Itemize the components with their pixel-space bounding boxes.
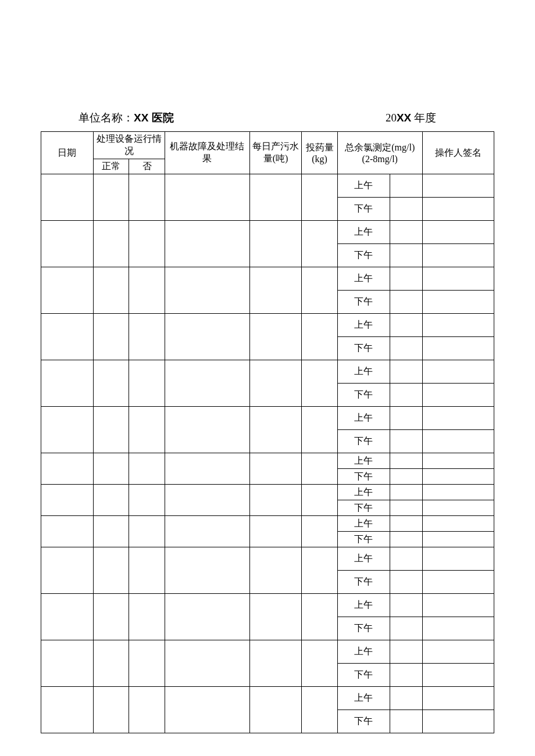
cell-no[interactable] — [129, 594, 165, 640]
cell-fault[interactable] — [165, 547, 249, 594]
cell-fault[interactable] — [165, 221, 249, 267]
cell-normal[interactable] — [93, 594, 129, 640]
cell-date[interactable] — [41, 314, 94, 360]
cell-am-value[interactable] — [390, 267, 422, 291]
cell-date[interactable] — [41, 687, 94, 733]
cell-no[interactable] — [129, 267, 165, 314]
cell-dose[interactable] — [302, 453, 338, 485]
cell-operator-pm[interactable] — [422, 710, 494, 733]
cell-operator-am[interactable] — [422, 687, 494, 710]
cell-normal[interactable] — [93, 547, 129, 594]
cell-operator-am[interactable] — [422, 453, 494, 469]
cell-am-value[interactable] — [390, 640, 422, 664]
cell-am-value[interactable] — [390, 174, 422, 198]
cell-no[interactable] — [129, 314, 165, 360]
cell-operator-am[interactable] — [422, 360, 494, 384]
cell-pm-value[interactable] — [390, 291, 422, 314]
cell-no[interactable] — [129, 516, 165, 547]
cell-am-value[interactable] — [390, 594, 422, 617]
cell-normal[interactable] — [93, 485, 129, 516]
cell-fault[interactable] — [165, 267, 249, 314]
cell-daily[interactable] — [249, 516, 302, 547]
cell-pm-value[interactable] — [390, 430, 422, 453]
cell-am-value[interactable] — [390, 453, 422, 469]
cell-dose[interactable] — [302, 516, 338, 547]
cell-fault[interactable] — [165, 453, 249, 485]
cell-operator-am[interactable] — [422, 485, 494, 500]
cell-daily[interactable] — [249, 221, 302, 267]
cell-operator-pm[interactable] — [422, 500, 494, 516]
cell-no[interactable] — [129, 640, 165, 687]
cell-date[interactable] — [41, 174, 94, 221]
cell-dose[interactable] — [302, 687, 338, 733]
cell-operator-pm[interactable] — [422, 617, 494, 640]
cell-date[interactable] — [41, 407, 94, 453]
cell-date[interactable] — [41, 516, 94, 547]
cell-dose[interactable] — [302, 221, 338, 267]
cell-no[interactable] — [129, 453, 165, 485]
cell-fault[interactable] — [165, 485, 249, 516]
cell-operator-am[interactable] — [422, 640, 494, 664]
cell-pm-value[interactable] — [390, 710, 422, 733]
cell-pm-value[interactable] — [390, 617, 422, 640]
cell-operator-pm[interactable] — [422, 430, 494, 453]
cell-date[interactable] — [41, 360, 94, 407]
cell-normal[interactable] — [93, 640, 129, 687]
cell-normal[interactable] — [93, 407, 129, 453]
cell-date[interactable] — [41, 267, 94, 314]
cell-pm-value[interactable] — [390, 664, 422, 687]
cell-dose[interactable] — [302, 360, 338, 407]
cell-pm-value[interactable] — [390, 198, 422, 221]
cell-daily[interactable] — [249, 547, 302, 594]
cell-date[interactable] — [41, 453, 94, 485]
cell-dose[interactable] — [302, 267, 338, 314]
cell-am-value[interactable] — [390, 687, 422, 710]
cell-operator-pm[interactable] — [422, 469, 494, 485]
cell-normal[interactable] — [93, 453, 129, 485]
cell-normal[interactable] — [93, 221, 129, 267]
cell-am-value[interactable] — [390, 547, 422, 571]
cell-daily[interactable] — [249, 314, 302, 360]
cell-am-value[interactable] — [390, 516, 422, 532]
cell-normal[interactable] — [93, 516, 129, 547]
cell-daily[interactable] — [249, 453, 302, 485]
cell-operator-pm[interactable] — [422, 198, 494, 221]
cell-dose[interactable] — [302, 640, 338, 687]
cell-no[interactable] — [129, 174, 165, 221]
cell-date[interactable] — [41, 640, 94, 687]
cell-operator-pm[interactable] — [422, 571, 494, 594]
cell-date[interactable] — [41, 221, 94, 267]
cell-operator-pm[interactable] — [422, 291, 494, 314]
cell-normal[interactable] — [93, 360, 129, 407]
cell-normal[interactable] — [93, 267, 129, 314]
cell-operator-am[interactable] — [422, 594, 494, 617]
cell-dose[interactable] — [302, 485, 338, 516]
cell-fault[interactable] — [165, 314, 249, 360]
cell-dose[interactable] — [302, 314, 338, 360]
cell-date[interactable] — [41, 485, 94, 516]
cell-operator-pm[interactable] — [422, 337, 494, 360]
cell-pm-value[interactable] — [390, 337, 422, 360]
cell-pm-value[interactable] — [390, 244, 422, 267]
cell-dose[interactable] — [302, 547, 338, 594]
cell-daily[interactable] — [249, 360, 302, 407]
cell-operator-pm[interactable] — [422, 384, 494, 407]
cell-daily[interactable] — [249, 267, 302, 314]
cell-no[interactable] — [129, 485, 165, 516]
cell-dose[interactable] — [302, 407, 338, 453]
cell-no[interactable] — [129, 407, 165, 453]
cell-pm-value[interactable] — [390, 532, 422, 547]
cell-am-value[interactable] — [390, 221, 422, 244]
cell-pm-value[interactable] — [390, 500, 422, 516]
cell-daily[interactable] — [249, 407, 302, 453]
cell-am-value[interactable] — [390, 360, 422, 384]
cell-pm-value[interactable] — [390, 469, 422, 485]
cell-no[interactable] — [129, 360, 165, 407]
cell-am-value[interactable] — [390, 314, 422, 337]
cell-operator-am[interactable] — [422, 267, 494, 291]
cell-am-value[interactable] — [390, 407, 422, 430]
cell-operator-am[interactable] — [422, 407, 494, 430]
cell-pm-value[interactable] — [390, 571, 422, 594]
cell-dose[interactable] — [302, 174, 338, 221]
cell-daily[interactable] — [249, 594, 302, 640]
